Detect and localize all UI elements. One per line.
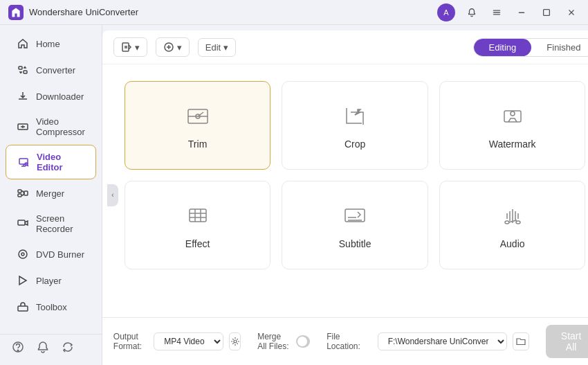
svg-rect-30 [504,111,521,122]
add-media-dropdown-icon: ▾ [177,42,182,53]
crop-icon [340,101,370,132]
sidebar-item-home[interactable]: Home [6,31,96,56]
toolbox-icon [17,301,29,313]
subtitle-icon [340,201,370,231]
output-format-settings-icon[interactable] [229,332,241,350]
sidebar-item-video-editor[interactable]: Video Editor [6,145,96,179]
svg-rect-2 [493,14,501,15]
minimize-button[interactable] [513,4,530,21]
svg-point-22 [17,350,19,351]
tool-card-watermark[interactable]: Watermark [439,81,586,170]
svg-point-17 [19,250,27,258]
editor-icon [17,156,30,168]
titlebar: Wondershare UniConverter A [0,0,588,25]
tool-card-trim[interactable]: Trim [125,81,271,170]
sidebar-item-video-compressor[interactable]: Video Compressor [6,110,96,143]
svg-point-41 [516,221,520,224]
app-logo [8,5,24,20]
svg-line-12 [27,165,28,166]
content-area: ▾ ▾ Edit ▾ Editing Finished [102,30,588,365]
downloader-icon [17,90,29,103]
compress-icon [17,121,29,133]
svg-rect-1 [493,12,501,12]
tool-grid: Trim Crop [102,64,588,317]
svg-rect-14 [18,194,21,197]
add-file-button[interactable]: ▾ [113,37,147,57]
svg-rect-8 [24,71,27,73]
svg-rect-15 [24,191,28,195]
window-controls: A [437,3,580,21]
sidebar: Home Converter Downloader Video Compress… [0,25,102,365]
svg-point-18 [21,253,24,256]
browse-folder-icon[interactable] [513,332,529,350]
sidebar-item-dvd-burner[interactable]: DVD Burner [6,242,96,267]
svg-rect-13 [18,190,21,193]
trim-icon [183,101,213,132]
svg-rect-16 [18,220,25,225]
add-dropdown-icon: ▾ [135,42,140,53]
sidebar-item-toolbox[interactable]: Toolbox [6,294,96,319]
edit-label: Edit ▾ [205,42,228,53]
tool-card-crop[interactable]: Crop [282,81,428,170]
bottom-bar: Output Format: MP4 Video Merge All Files… [102,317,588,365]
svg-marker-19 [19,276,26,285]
svg-rect-20 [18,306,28,311]
tab-editing[interactable]: Editing [474,39,532,56]
sidebar-collapse-button[interactable]: ‹ [107,184,118,206]
subtitle-label: Subtitle [339,238,371,249]
trim-label: Trim [188,139,207,150]
file-location-field: File Location: F:\Wondershare UniConvert… [327,332,529,351]
menu-icon[interactable] [488,4,505,21]
converter-icon [17,64,29,76]
crop-label: Crop [344,139,365,150]
edit-dropdown[interactable]: Edit ▾ [198,38,236,57]
effect-icon [183,201,213,231]
sidebar-item-downloader[interactable]: Downloader [6,84,96,109]
output-format-select[interactable]: MP4 Video [154,332,223,350]
maximize-button[interactable] [538,4,555,21]
tool-card-audio[interactable]: Audio [439,181,586,269]
dvd-icon [17,248,29,260]
effect-label: Effect [185,238,210,249]
watermark-icon [497,101,528,132]
audio-icon [497,201,528,231]
main-layout: Home Converter Downloader Video Compress… [0,25,588,365]
file-location-select[interactable]: F:\Wondershare UniConverter [378,332,507,350]
tool-card-subtitle[interactable]: Subtitle [282,181,428,269]
notification-icon[interactable] [36,340,50,354]
help-icon[interactable] [11,340,25,354]
svg-point-43 [234,340,237,343]
add-media-button[interactable]: ▾ [156,37,190,57]
watermark-label: Watermark [489,139,536,150]
player-icon [17,274,29,287]
merger-icon [17,187,29,199]
bell-icon[interactable] [463,4,480,21]
merge-all-field: Merge All Files: [257,332,310,351]
sidebar-item-merger[interactable]: Merger [6,181,96,206]
audio-label: Audio [500,238,525,249]
svg-point-31 [511,112,515,116]
toggle-knob [297,337,307,346]
sidebar-bottom [0,334,102,359]
file-location-label: File Location: [327,332,372,351]
output-format-field: Output Format: MP4 Video [113,332,241,351]
user-avatar[interactable]: A [437,3,455,21]
tool-card-effect[interactable]: Effect [125,181,271,269]
output-format-label: Output Format: [113,332,148,351]
merge-all-toggle[interactable] [296,335,310,348]
merge-all-label: Merge All Files: [257,332,291,351]
tab-finished[interactable]: Finished [531,39,588,56]
home-icon [17,37,29,50]
start-all-button[interactable]: Start All [546,325,588,358]
svg-rect-3 [519,12,525,12]
sync-icon[interactable] [61,340,75,354]
recorder-icon [17,217,29,230]
sidebar-item-screen-recorder[interactable]: Screen Recorder [6,207,96,240]
svg-rect-32 [190,209,206,222]
editing-tabs: Editing Finished [473,38,588,57]
svg-rect-7 [19,66,22,69]
svg-rect-4 [544,9,550,15]
close-button[interactable] [563,4,580,21]
sidebar-item-converter[interactable]: Converter [6,57,96,82]
sidebar-item-player[interactable]: Player [6,268,96,293]
